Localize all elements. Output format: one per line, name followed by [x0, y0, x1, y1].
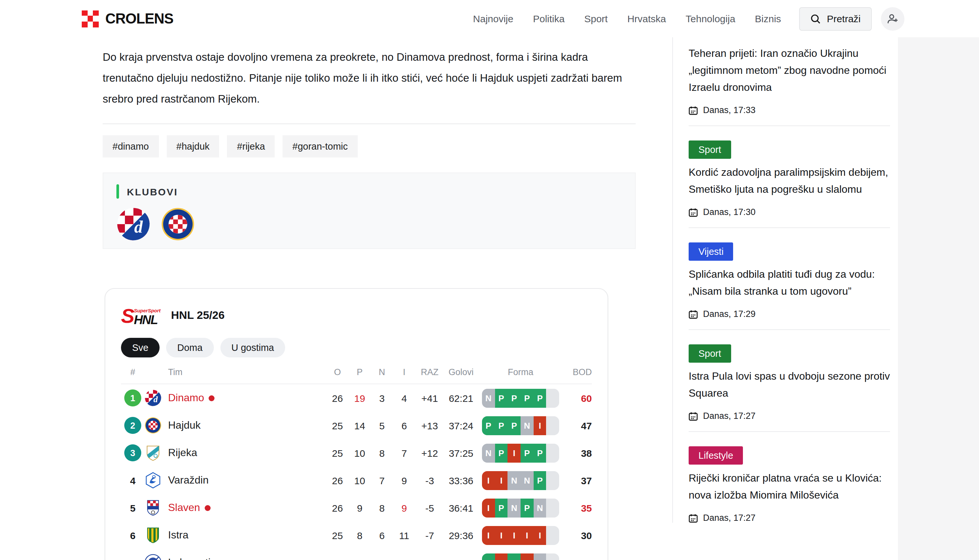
- slaven-belupo-club-logo: [145, 499, 162, 516]
- category-badge-lifestyle[interactable]: Lifestyle: [688, 446, 743, 465]
- table-row[interactable]: 3 Rijeka 25 10 8 7 +12 37:25 NPIPP 38: [121, 439, 592, 467]
- rank-badge: 5: [124, 499, 141, 516]
- team-name: Hajduk: [165, 420, 201, 431]
- dinamo-zagreb-club-logo[interactable]: [116, 207, 150, 241]
- sidebar-divider: [688, 125, 890, 126]
- news-title[interactable]: Kordić zadovoljna paralimpsijskim debije…: [688, 164, 890, 198]
- tag-dinamo[interactable]: #dinamo: [103, 135, 159, 157]
- lokomotiva-club-logo: [145, 554, 162, 560]
- article-main-column: Do kraja prvenstva ostaje dovoljno vreme…: [103, 37, 636, 560]
- form-strip: PPPNI: [482, 416, 559, 435]
- team-name: Lokomotiva: [165, 557, 222, 560]
- table-row[interactable]: 1 Dinamo 26 19 3 4 +41 62:21 NPPPP 60: [121, 384, 592, 412]
- standings-filters: Sve Doma U gostima: [121, 338, 592, 357]
- news-title[interactable]: Istra Pula lovi spas u dvoboju sezone pr…: [688, 368, 890, 402]
- clubs-title: KLUBOVI: [127, 186, 178, 197]
- hajduk-split-club-logo: [145, 417, 162, 434]
- form-strip: NPPPP: [482, 388, 559, 407]
- site-logo[interactable]: CROLENS: [82, 10, 173, 27]
- sidebar-divider: [688, 329, 890, 330]
- table-row[interactable]: 2 Hajduk 25 14 5 6 +13 37:24 PPPNI 47: [121, 412, 592, 439]
- tag-goran-tomic[interactable]: #goran-tomic: [282, 135, 358, 157]
- news-meta: Danas, 17:33: [688, 105, 890, 115]
- category-badge-vijesti[interactable]: Vijesti: [688, 242, 733, 261]
- main-navigation: Najnovije Politika Sport Hrvatska Tehnol…: [473, 13, 781, 24]
- page: d: [0, 0, 979, 560]
- team-name: Rijeka: [165, 447, 197, 458]
- rank-badge: 7: [124, 554, 141, 560]
- news-time: Danas, 17:33: [703, 105, 756, 115]
- article-paragraph: Do kraja prvenstva ostaje dovoljno vreme…: [103, 47, 636, 109]
- page-side-background: [898, 37, 979, 560]
- sidebar-divider: [688, 431, 890, 432]
- form-strip: IPNPN: [482, 498, 559, 517]
- team-name: Slaven: [165, 502, 200, 513]
- istra-club-logo: [145, 527, 162, 544]
- shnl-supersport-text: SuperSport: [134, 308, 160, 313]
- standings-column-headers: # Tim O P N I RAZ Golovi Forma BOD: [121, 367, 592, 384]
- news-item[interactable]: Teheran prijeti: Iran označio Ukrajinu „…: [688, 45, 890, 115]
- rank-badge: 2: [124, 417, 141, 434]
- table-row[interactable]: 6 Istra 25 8 6 11 -7 29:36 IIIII 30: [121, 522, 592, 549]
- crolens-checkerboard-icon: [82, 10, 99, 27]
- calendar-icon: [688, 411, 698, 420]
- filter-sve[interactable]: Sve: [121, 338, 160, 357]
- news-item[interactable]: Vijesti Splićanka odbila platiti tuđi du…: [688, 242, 890, 319]
- clubs-accent-bar: [116, 184, 119, 198]
- news-time: Danas, 17:29: [703, 309, 756, 319]
- news-item[interactable]: Sport Istra Pula lovi spas u dvoboju sez…: [688, 344, 890, 421]
- form-strip: IINNP: [482, 471, 559, 490]
- latest-news-sidebar: Teheran prijeti: Iran označio Ukrajinu „…: [672, 37, 898, 523]
- filter-doma[interactable]: Doma: [166, 338, 214, 357]
- table-row[interactable]: 5 Slaven 26 9 8 9 -5 36:41 IPNPN 35: [121, 494, 592, 522]
- news-title[interactable]: Splićanka odbila platiti tuđi dug za vod…: [688, 266, 890, 300]
- rank-badge: 6: [124, 527, 141, 544]
- form-strip: NPIPP: [482, 443, 559, 462]
- user-account-button[interactable]: [881, 7, 904, 30]
- clubs-card-header: KLUBOVI: [116, 184, 635, 198]
- clubs-card: KLUBOVI: [103, 173, 636, 249]
- news-item[interactable]: Lifestyle Riječki kroničar platna vraća …: [688, 446, 890, 523]
- rank-badge: 1: [124, 390, 141, 407]
- calendar-icon: [688, 105, 698, 115]
- nav-item-hrvatska[interactable]: Hrvatska: [627, 13, 666, 24]
- nav-item-sport[interactable]: Sport: [584, 13, 608, 24]
- search-button-label: Pretraži: [827, 13, 860, 24]
- news-meta: Danas, 17:27: [688, 513, 890, 523]
- shnl-hnl-text: HNL: [134, 313, 160, 326]
- search-button[interactable]: Pretraži: [800, 7, 872, 30]
- shnl-s-mark: S: [121, 305, 133, 326]
- filter-u-gostima[interactable]: U gostima: [220, 338, 285, 357]
- table-row[interactable]: 7 Lokomotiva 25 7 9 9 -9 30:39 PIPIN 30: [121, 549, 592, 560]
- nav-item-tehnologija[interactable]: Tehnologija: [686, 13, 735, 24]
- tag-rijeka[interactable]: #rijeka: [227, 135, 275, 157]
- table-row[interactable]: 4 Varaždin 26 10 7 9 -3 33:36 IINNP 37: [121, 467, 592, 494]
- calendar-icon: [688, 513, 698, 522]
- news-time: Danas, 17:27: [703, 411, 756, 421]
- nav-item-najnovije[interactable]: Najnovije: [473, 13, 513, 24]
- nav-item-biznis[interactable]: Biznis: [755, 13, 781, 24]
- top-navigation-bar: CROLENS Najnovije Politika Sport Hrvatsk…: [0, 0, 979, 37]
- category-badge-sport[interactable]: Sport: [688, 140, 731, 159]
- varazdin-club-logo: [145, 472, 162, 489]
- live-indicator-dot: [209, 395, 214, 401]
- news-title[interactable]: Teheran prijeti: Iran označio Ukrajinu „…: [688, 45, 890, 96]
- team-name: Dinamo: [165, 392, 204, 403]
- supersport-hnl-logo: S SuperSport HNL: [121, 305, 160, 326]
- user-plus-icon: [887, 13, 899, 25]
- article-tags: #dinamo #hajduk #rijeka #goran-tomic: [103, 135, 636, 157]
- news-meta: Danas, 17:29: [688, 309, 890, 319]
- search-icon: [810, 13, 821, 24]
- tag-hajduk[interactable]: #hajduk: [166, 135, 219, 157]
- rank-badge: 4: [124, 472, 141, 489]
- nav-item-politika[interactable]: Politika: [533, 13, 565, 24]
- news-time: Danas, 17:30: [703, 207, 756, 217]
- news-title[interactable]: Riječki kroničar platna vraća se u Klovi…: [688, 470, 890, 504]
- team-name: Istra: [165, 529, 188, 540]
- hajduk-split-club-logo[interactable]: [161, 207, 195, 241]
- standings-card: S SuperSport HNL HNL 25/26 Sve Doma U go…: [105, 288, 608, 560]
- category-badge-sport[interactable]: Sport: [688, 344, 731, 363]
- form-strip: IIIII: [482, 526, 559, 545]
- news-item[interactable]: Sport Kordić zadovoljna paralimpsijskim …: [688, 140, 890, 217]
- calendar-icon: [688, 309, 698, 318]
